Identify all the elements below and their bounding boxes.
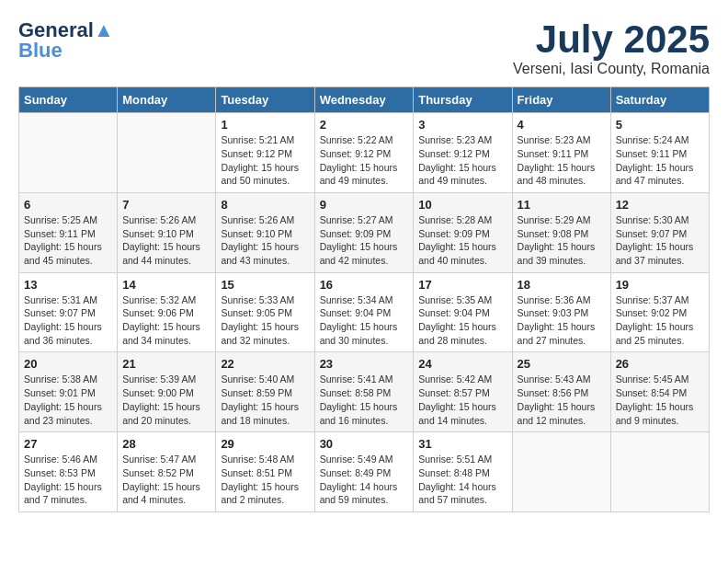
calendar-cell: 12Sunrise: 5:30 AM Sunset: 9:07 PM Dayli… (610, 192, 709, 272)
day-number: 1 (221, 118, 309, 132)
logo-blue: Blue (18, 39, 63, 63)
day-info: Sunrise: 5:25 AM Sunset: 9:11 PM Dayligh… (24, 213, 112, 268)
calendar-cell: 22Sunrise: 5:40 AM Sunset: 8:59 PM Dayli… (216, 352, 314, 432)
header-row: SundayMondayTuesdayWednesdayThursdayFrid… (19, 87, 710, 113)
day-number: 7 (122, 198, 210, 212)
day-info: Sunrise: 5:21 AM Sunset: 9:12 PM Dayligh… (221, 133, 309, 188)
page-header: General▲ Blue July 2025 Verseni, Iasi Co… (18, 18, 710, 77)
day-info: Sunrise: 5:32 AM Sunset: 9:06 PM Dayligh… (122, 293, 210, 348)
calendar-cell: 25Sunrise: 5:43 AM Sunset: 8:56 PM Dayli… (512, 352, 610, 432)
week-row-0: 1Sunrise: 5:21 AM Sunset: 9:12 PM Daylig… (19, 113, 710, 193)
day-number: 9 (320, 198, 409, 212)
calendar-cell: 4Sunrise: 5:23 AM Sunset: 9:11 PM Daylig… (512, 113, 610, 193)
calendar-cell: 28Sunrise: 5:47 AM Sunset: 8:52 PM Dayli… (118, 432, 216, 512)
day-number: 26 (616, 357, 704, 371)
calendar-cell: 8Sunrise: 5:26 AM Sunset: 9:10 PM Daylig… (216, 192, 314, 272)
day-number: 11 (518, 198, 606, 212)
day-info: Sunrise: 5:36 AM Sunset: 9:03 PM Dayligh… (518, 293, 606, 348)
calendar-cell: 17Sunrise: 5:35 AM Sunset: 9:04 PM Dayli… (414, 272, 512, 352)
day-info: Sunrise: 5:49 AM Sunset: 8:49 PM Dayligh… (320, 453, 409, 507)
day-number: 17 (418, 278, 506, 292)
day-info: Sunrise: 5:22 AM Sunset: 9:12 PM Dayligh… (320, 133, 409, 188)
calendar-cell (512, 432, 610, 512)
day-info: Sunrise: 5:34 AM Sunset: 9:04 PM Dayligh… (320, 293, 409, 348)
calendar-cell: 26Sunrise: 5:45 AM Sunset: 8:54 PM Dayli… (610, 352, 709, 432)
day-info: Sunrise: 5:35 AM Sunset: 9:04 PM Dayligh… (418, 293, 506, 348)
calendar-cell: 5Sunrise: 5:24 AM Sunset: 9:11 PM Daylig… (610, 113, 709, 193)
day-number: 21 (122, 357, 210, 371)
week-row-2: 13Sunrise: 5:31 AM Sunset: 9:07 PM Dayli… (19, 272, 710, 352)
header-thursday: Thursday (414, 87, 512, 113)
header-sunday: Sunday (19, 87, 118, 113)
day-number: 4 (518, 118, 606, 132)
day-info: Sunrise: 5:45 AM Sunset: 8:54 PM Dayligh… (616, 373, 704, 427)
day-info: Sunrise: 5:37 AM Sunset: 9:02 PM Dayligh… (616, 293, 704, 348)
day-number: 23 (320, 357, 409, 371)
day-info: Sunrise: 5:47 AM Sunset: 8:52 PM Dayligh… (122, 453, 210, 507)
day-number: 6 (24, 198, 112, 212)
calendar-cell: 29Sunrise: 5:48 AM Sunset: 8:51 PM Dayli… (216, 432, 314, 512)
calendar-cell: 31Sunrise: 5:51 AM Sunset: 8:48 PM Dayli… (414, 432, 512, 512)
day-number: 2 (320, 118, 409, 132)
day-number: 25 (518, 357, 606, 371)
day-info: Sunrise: 5:46 AM Sunset: 8:53 PM Dayligh… (24, 453, 112, 507)
day-number: 8 (221, 198, 309, 212)
day-number: 14 (122, 278, 210, 292)
header-monday: Monday (118, 87, 216, 113)
day-number: 20 (24, 357, 112, 371)
day-info: Sunrise: 5:29 AM Sunset: 9:08 PM Dayligh… (518, 213, 606, 268)
day-info: Sunrise: 5:31 AM Sunset: 9:07 PM Dayligh… (24, 293, 112, 348)
day-number: 16 (320, 278, 409, 292)
day-info: Sunrise: 5:33 AM Sunset: 9:05 PM Dayligh… (221, 293, 309, 348)
day-number: 27 (24, 437, 112, 451)
day-number: 3 (418, 118, 506, 132)
calendar-cell: 7Sunrise: 5:26 AM Sunset: 9:10 PM Daylig… (118, 192, 216, 272)
calendar-cell (118, 113, 216, 193)
logo: General▲ Blue (18, 18, 114, 63)
day-info: Sunrise: 5:48 AM Sunset: 8:51 PM Dayligh… (221, 453, 309, 507)
calendar-cell: 16Sunrise: 5:34 AM Sunset: 9:04 PM Dayli… (314, 272, 414, 352)
day-info: Sunrise: 5:23 AM Sunset: 9:12 PM Dayligh… (418, 133, 506, 188)
calendar-cell: 1Sunrise: 5:21 AM Sunset: 9:12 PM Daylig… (216, 113, 314, 193)
header-wednesday: Wednesday (314, 87, 414, 113)
calendar-table: SundayMondayTuesdayWednesdayThursdayFrid… (18, 86, 710, 512)
calendar-cell: 11Sunrise: 5:29 AM Sunset: 9:08 PM Dayli… (512, 192, 610, 272)
day-number: 30 (320, 437, 409, 451)
location: Verseni, Iasi County, Romania (513, 61, 710, 77)
day-number: 29 (221, 437, 309, 451)
day-number: 10 (418, 198, 506, 212)
day-info: Sunrise: 5:23 AM Sunset: 9:11 PM Dayligh… (518, 133, 606, 188)
day-number: 31 (418, 437, 506, 451)
day-info: Sunrise: 5:43 AM Sunset: 8:56 PM Dayligh… (518, 373, 606, 427)
day-info: Sunrise: 5:40 AM Sunset: 8:59 PM Dayligh… (221, 373, 309, 427)
calendar-cell: 20Sunrise: 5:38 AM Sunset: 9:01 PM Dayli… (19, 352, 118, 432)
calendar-cell: 14Sunrise: 5:32 AM Sunset: 9:06 PM Dayli… (118, 272, 216, 352)
day-info: Sunrise: 5:42 AM Sunset: 8:57 PM Dayligh… (418, 373, 506, 427)
day-info: Sunrise: 5:39 AM Sunset: 9:00 PM Dayligh… (122, 373, 210, 427)
calendar-cell: 30Sunrise: 5:49 AM Sunset: 8:49 PM Dayli… (314, 432, 414, 512)
day-number: 19 (616, 278, 704, 292)
calendar-cell: 9Sunrise: 5:27 AM Sunset: 9:09 PM Daylig… (314, 192, 414, 272)
calendar-cell: 6Sunrise: 5:25 AM Sunset: 9:11 PM Daylig… (19, 192, 118, 272)
day-info: Sunrise: 5:26 AM Sunset: 9:10 PM Dayligh… (221, 213, 309, 268)
header-friday: Friday (512, 87, 610, 113)
week-row-3: 20Sunrise: 5:38 AM Sunset: 9:01 PM Dayli… (19, 352, 710, 432)
calendar-cell: 18Sunrise: 5:36 AM Sunset: 9:03 PM Dayli… (512, 272, 610, 352)
calendar-cell: 13Sunrise: 5:31 AM Sunset: 9:07 PM Dayli… (19, 272, 118, 352)
calendar-cell: 15Sunrise: 5:33 AM Sunset: 9:05 PM Dayli… (216, 272, 314, 352)
week-row-4: 27Sunrise: 5:46 AM Sunset: 8:53 PM Dayli… (19, 432, 710, 512)
header-saturday: Saturday (610, 87, 709, 113)
day-info: Sunrise: 5:30 AM Sunset: 9:07 PM Dayligh… (616, 213, 704, 268)
title-area: July 2025 Verseni, Iasi County, Romania (513, 18, 710, 77)
calendar-cell (19, 113, 118, 193)
day-number: 12 (616, 198, 704, 212)
day-info: Sunrise: 5:26 AM Sunset: 9:10 PM Dayligh… (122, 213, 210, 268)
week-row-1: 6Sunrise: 5:25 AM Sunset: 9:11 PM Daylig… (19, 192, 710, 272)
day-number: 5 (616, 118, 704, 132)
calendar-cell: 27Sunrise: 5:46 AM Sunset: 8:53 PM Dayli… (19, 432, 118, 512)
day-info: Sunrise: 5:51 AM Sunset: 8:48 PM Dayligh… (418, 453, 506, 507)
calendar-cell: 23Sunrise: 5:41 AM Sunset: 8:58 PM Dayli… (314, 352, 414, 432)
calendar-cell: 21Sunrise: 5:39 AM Sunset: 9:00 PM Dayli… (118, 352, 216, 432)
day-number: 28 (122, 437, 210, 451)
day-number: 13 (24, 278, 112, 292)
